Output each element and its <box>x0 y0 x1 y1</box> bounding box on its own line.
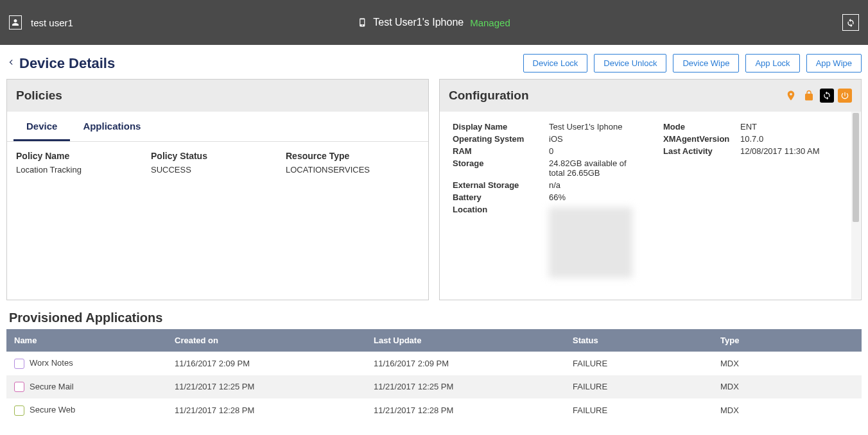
app-wipe-button[interactable]: App Wipe <box>806 54 862 72</box>
tab-device[interactable]: Device <box>13 112 70 141</box>
value-mode: ENT <box>740 122 848 132</box>
policies-panel-title: Policies <box>7 80 428 112</box>
table-row[interactable]: Secure Mail 11/21/2017 12:25 PM 11/21/20… <box>6 375 862 399</box>
label-ext-storage: External Storage <box>453 180 549 190</box>
value-agent: 10.7.0 <box>740 134 848 144</box>
user-icon <box>12 18 19 27</box>
app-icon <box>14 405 24 416</box>
page-header: Device Details Device Lock Device Unlock… <box>0 45 868 79</box>
label-mode: Mode <box>663 122 740 132</box>
location-image-blurred <box>549 207 632 278</box>
device-status: Managed <box>470 17 510 28</box>
col-type[interactable]: Type <box>713 329 862 352</box>
app-lock-button[interactable]: App Lock <box>745 54 799 72</box>
device-wipe-button[interactable]: Device Wipe <box>673 54 739 72</box>
power-icon[interactable] <box>838 89 852 103</box>
refresh-button[interactable] <box>842 14 859 31</box>
app-last-update: 11/21/2017 12:28 PM <box>366 398 565 422</box>
action-buttons: Device Lock Device Unlock Device Wipe Ap… <box>523 54 862 72</box>
value-storage: 24.82GB available of total 26.65GB <box>549 158 638 178</box>
configuration-panel-title: Configuration <box>449 89 529 103</box>
value-location <box>549 205 638 278</box>
app-name: Worx Notes <box>30 358 73 368</box>
device-lock-button[interactable]: Device Lock <box>523 54 588 72</box>
label-location: Location <box>453 205 549 278</box>
app-created: 11/16/2017 2:09 PM <box>167 352 366 375</box>
back-button[interactable] <box>6 56 15 70</box>
configuration-panel: Configuration Display NameTest User1's I… <box>439 79 862 300</box>
policy-status: SUCCESS <box>151 165 286 175</box>
label-os: Operating System <box>453 134 549 144</box>
policy-row: Location Tracking SUCCESS LOCATIONSERVIC… <box>16 165 419 175</box>
app-icon <box>14 359 24 369</box>
page-title: Device Details <box>19 55 115 72</box>
user-avatar-box <box>9 15 22 30</box>
col-created[interactable]: Created on <box>167 329 366 352</box>
label-storage: Storage <box>453 158 549 178</box>
location-pin-icon[interactable] <box>784 89 798 103</box>
table-row[interactable]: Secure Web 11/21/2017 12:28 PM 11/21/201… <box>6 398 862 422</box>
refresh-icon <box>846 17 856 28</box>
col-resource-type: Resource Type <box>286 151 419 161</box>
app-status: FAILURE <box>565 352 713 375</box>
config-right-col: ModeENT XMAgentVersion10.7.0 Last Activi… <box>663 122 848 289</box>
app-name: Secure Web <box>30 405 75 414</box>
col-app-name[interactable]: Name <box>6 329 167 352</box>
app-type: MDX <box>713 352 862 375</box>
user-name: test user1 <box>31 17 73 28</box>
chevron-left-icon <box>6 56 15 68</box>
label-agent: XMAgentVersion <box>663 134 740 144</box>
app-icon <box>14 382 24 392</box>
sync-icon[interactable] <box>820 89 834 103</box>
config-scrollbar[interactable] <box>851 112 860 299</box>
value-ext-storage: n/a <box>549 180 638 190</box>
top-bar: test user1 Test User1's Iphone Managed <box>0 0 868 45</box>
policy-resource: LOCATIONSERVICES <box>286 165 419 175</box>
value-battery: 66% <box>549 192 638 202</box>
policies-panel: Policies Device Applications Policy Name… <box>6 79 429 300</box>
value-last-activity: 12/08/2017 11:30 AM <box>740 146 848 156</box>
phone-icon <box>358 16 367 29</box>
policies-table: Policy Name Policy Status Resource Type … <box>7 142 428 183</box>
tab-applications[interactable]: Applications <box>70 112 153 141</box>
app-last-update: 11/16/2017 2:09 PM <box>366 352 565 375</box>
label-display-name: Display Name <box>453 122 549 132</box>
device-unlock-button[interactable]: Device Unlock <box>594 54 666 72</box>
lock-icon[interactable] <box>802 89 816 103</box>
col-policy-name: Policy Name <box>16 151 151 161</box>
app-last-update: 11/21/2017 12:25 PM <box>366 375 565 399</box>
col-status[interactable]: Status <box>565 329 713 352</box>
device-name: Test User1's Iphone <box>373 17 464 28</box>
app-created: 11/21/2017 12:28 PM <box>167 398 366 422</box>
label-battery: Battery <box>453 192 549 202</box>
device-center: Test User1's Iphone Managed <box>358 16 510 29</box>
app-created: 11/21/2017 12:25 PM <box>167 375 366 399</box>
provisioned-apps-table: Name Created on Last Update Status Type … <box>6 329 862 422</box>
value-display-name: Test User1's Iphone <box>549 122 638 132</box>
col-policy-status: Policy Status <box>151 151 286 161</box>
policies-tabs: Device Applications <box>7 112 428 142</box>
config-left-col: Display NameTest User1's Iphone Operatin… <box>453 122 638 289</box>
label-last-activity: Last Activity <box>663 146 740 156</box>
value-os: iOS <box>549 134 638 144</box>
label-ram: RAM <box>453 146 549 156</box>
app-status: FAILURE <box>565 375 713 399</box>
value-ram: 0 <box>549 146 638 156</box>
app-status: FAILURE <box>565 398 713 422</box>
app-type: MDX <box>713 398 862 422</box>
app-name: Secure Mail <box>30 382 74 391</box>
table-row[interactable]: Worx Notes 11/16/2017 2:09 PM 11/16/2017… <box>6 352 862 375</box>
col-last-update[interactable]: Last Update <box>366 329 565 352</box>
app-type: MDX <box>713 375 862 399</box>
provisioned-apps-title: Provisioned Applications <box>0 300 868 329</box>
policy-name: Location Tracking <box>16 165 151 175</box>
